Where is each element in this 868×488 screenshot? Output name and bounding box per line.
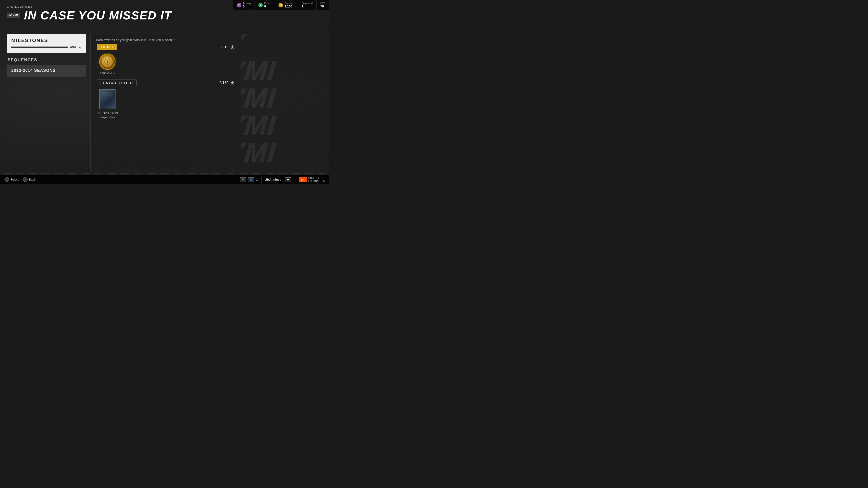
coin-icon: T: [99, 54, 116, 70]
tier1-reward-label: 1000 Coins: [100, 72, 115, 75]
tier1-progress: 0/10 ★: [221, 44, 235, 50]
divider-line2: [295, 176, 295, 183]
pack-highlight: [102, 92, 113, 96]
user-settings-icon: ☰: [287, 178, 289, 181]
milestones-star-icon: ★: [78, 45, 81, 50]
players-icon-box: 👤: [248, 177, 254, 182]
milestones-card[interactable]: MILESTONES 0/10 ★: [7, 34, 86, 53]
currency-label: Currency:: [284, 2, 294, 4]
panel-scroll: TIER 1 0/10 ★ T 1000 Coins: [91, 44, 241, 129]
progress-bar: [11, 46, 68, 48]
currency-value: 3,150: [284, 4, 294, 8]
sequences-label: SEQUENCES: [7, 58, 86, 62]
training-value: 0: [243, 4, 251, 8]
season-lvl-value: 1: [302, 4, 313, 8]
tier1-progress-text: 0/10: [221, 45, 228, 49]
currency-icon: ⊙: [278, 3, 283, 7]
training-icon: ⬡: [237, 3, 241, 7]
points-stat: ▲ Points: 0: [255, 0, 275, 10]
page-title: IN CASE YOU MISSED IT: [24, 9, 172, 21]
page-header: CHALLENGES ICYMI IN CASE YOU MISSED IT: [7, 4, 172, 21]
ea-logo: EA: [299, 177, 307, 182]
tier1-star-icon: ★: [230, 44, 235, 50]
main-panel: Earn rewards as you gain stars in In Cas…: [90, 34, 241, 171]
cfb-text: COLLEGE FOOTBALL 25: [308, 177, 324, 182]
tier1-reward-item: T 1000 Coins: [96, 54, 119, 75]
divider-line: [261, 176, 261, 183]
player-pack-icon: [99, 89, 116, 109]
training-label: Training: [243, 2, 251, 4]
ea-badge: EA COLLEGE FOOTBALL 25: [299, 177, 324, 182]
tier1-badge: TIER 1: [97, 44, 117, 51]
ovr-value: 70: [320, 4, 325, 8]
season-lvl-stat: Season Lvl 1: [298, 0, 317, 10]
featured-tier-progress: 0/160 ★: [219, 80, 235, 86]
featured-tier-star-icon: ★: [230, 80, 235, 86]
bottom-left: ✕ Select ○ Back: [4, 177, 35, 182]
page-title-row: ICYMI IN CASE YOU MISSED IT: [7, 9, 172, 21]
back-btn-symbol: ○: [25, 178, 26, 181]
ovr-col: OVR 70: [320, 2, 325, 8]
currency-stat: ⊙ Currency: 3,150: [275, 0, 298, 10]
cfb-line1: COLLEGE: [308, 177, 324, 180]
milestones-title: MILESTONES: [11, 37, 81, 43]
points-icon: ▲: [258, 3, 263, 7]
ovr-stat: OVR 70: [317, 0, 329, 10]
cfb-line2: FOOTBALL 25: [308, 180, 324, 182]
coin-inner: T: [102, 56, 113, 67]
icymi-badge: ICYMI: [7, 13, 20, 18]
back-btn-label: Back: [29, 178, 35, 181]
user-settings-icon-box: ☰: [285, 177, 291, 182]
ovr-label: OVR: [320, 2, 325, 4]
points-col: Points: 0: [264, 2, 271, 8]
season-item[interactable]: 2013-2014 SEASONS: [7, 65, 86, 76]
players-count: 1: [256, 178, 258, 181]
bottom-right: 🎮 👤 1 JHAimless ☰ EA COLLEGE FOOTBALL 25: [240, 176, 324, 183]
featured-reward-label2: Player Pack: [99, 116, 115, 119]
training-col: Training 0: [243, 2, 251, 8]
select-control[interactable]: ✕ Select: [4, 177, 19, 182]
select-btn-symbol: ✕: [6, 178, 8, 181]
featured-tier-section: FEATURED TIER 0/160 ★ 80+ OVR ICYMI Play…: [96, 79, 235, 119]
controller-icon: 🎮: [242, 178, 244, 181]
featured-tier-header: FEATURED TIER 0/160 ★: [96, 79, 235, 86]
points-label: Points:: [264, 2, 271, 4]
svg-text:T: T: [106, 60, 108, 64]
back-control[interactable]: ○ Back: [23, 177, 35, 182]
training-stat: ⬡ Training 0: [233, 0, 255, 10]
season-lvl-label: Season Lvl: [302, 2, 313, 4]
featured-reward-label: 80+ OVR ICYMI: [97, 111, 118, 115]
top-bar: ⬡ Training 0 ▲ Points: 0 ⊙ Currency: 3,1…: [233, 0, 329, 10]
featured-reward-label-wrap: 80+ OVR ICYMI Player Pack: [97, 111, 118, 119]
coin-svg: T: [104, 59, 111, 65]
sidebar: MILESTONES 0/10 ★ SEQUENCES 2013-2014 SE…: [7, 34, 86, 76]
featured-tier-badge: FEATURED TIER: [97, 79, 136, 86]
featured-tier-progress-text: 0/160: [219, 81, 228, 85]
back-btn-icon: ○: [23, 177, 28, 182]
points-value: 0: [264, 4, 271, 8]
username-label: JHAimless: [265, 178, 281, 182]
panel-intro: Earn rewards as you gain stars in In Cas…: [91, 34, 241, 44]
controller-icon-box: 🎮: [240, 177, 246, 182]
currency-col: Currency: 3,150: [284, 2, 294, 8]
tier1-section: TIER 1 0/10 ★ T 1000 Coins: [96, 44, 235, 75]
select-btn-label: Select: [10, 178, 19, 181]
players-icon: 👤: [250, 178, 252, 181]
tier1-header: TIER 1 0/10 ★: [96, 44, 235, 51]
bottom-bar: ✕ Select ○ Back 🎮 👤 1 JHAimless ☰ E: [0, 174, 329, 184]
challenges-label: CHALLENGES: [7, 5, 33, 8]
featured-reward-item: 80+ OVR ICYMI Player Pack: [96, 89, 119, 119]
milestones-progress: 0/10: [70, 46, 76, 49]
select-btn-icon: ✕: [4, 177, 9, 182]
season-col: Season Lvl 1: [302, 2, 313, 8]
user-icons: 🎮 👤 1: [240, 177, 258, 182]
season-item-text: 2013-2014 SEASONS: [11, 68, 56, 73]
progress-bar-row: 0/10 ★: [11, 45, 81, 50]
